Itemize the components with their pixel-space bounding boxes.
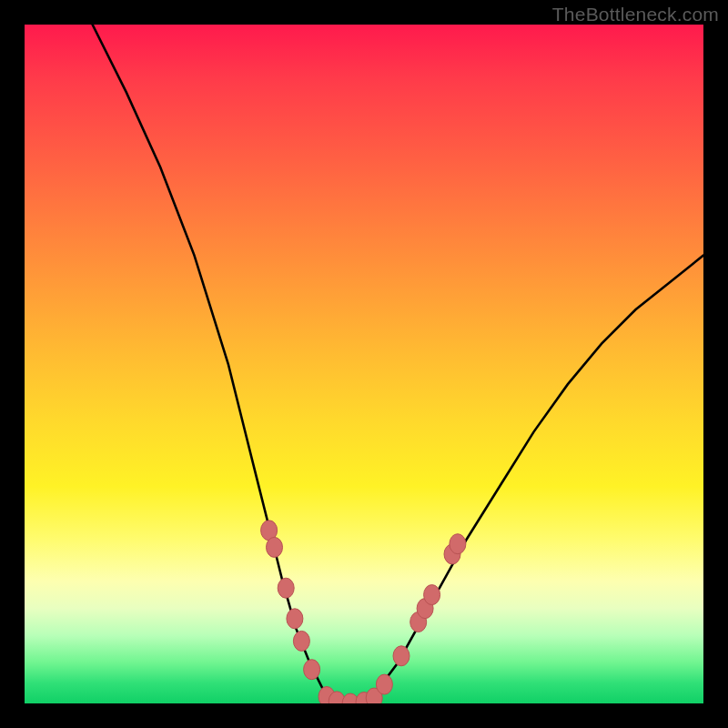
curve-marker [304, 660, 320, 680]
curve-marker [278, 578, 294, 598]
curve-marker [267, 537, 283, 557]
curve-marker [450, 534, 466, 554]
curve-marker [424, 585, 440, 605]
curve-marker [376, 674, 392, 694]
watermark-text: TheBottleneck.com [552, 4, 719, 25]
chart-svg [25, 25, 703, 703]
curve-marker [393, 646, 410, 666]
curve-marker [293, 631, 309, 651]
curve-markers [261, 521, 466, 703]
bottleneck-curve [93, 25, 703, 703]
chart-area [25, 25, 703, 703]
curve-marker [287, 609, 303, 629]
